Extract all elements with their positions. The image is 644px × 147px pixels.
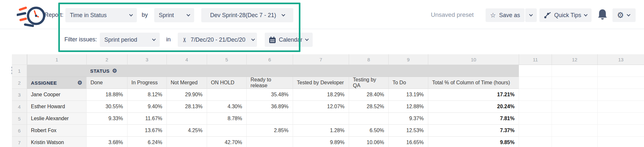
bell-icon[interactable] [597,8,608,21]
value-cell[interactable]: 36.89% [246,101,293,113]
value-cell-text: 36.89% [271,104,289,110]
status-column-header-text: ON HOLD [211,80,234,86]
group-by-dropdown[interactable]: Sprint [154,8,194,22]
assignee-name-cell[interactable]: Kristin Watson [27,137,86,147]
scissors-icon: ✂ [181,37,188,42]
empty-cell [519,137,552,147]
value-cell[interactable] [293,113,349,125]
row-number: 7 [12,137,27,147]
app-logo [17,4,46,27]
column-number-text: 2 [106,57,108,62]
value-cell[interactable]: 13.19% [388,89,428,101]
total-value-cell[interactable]: 7.81% [428,113,519,125]
assignee-header[interactable]: ASSIGNEE⚙ [27,77,86,89]
status-column-header-text: To Do [393,80,406,86]
status-column-header[interactable]: Testing by QA [349,77,388,89]
assignee-name-cell[interactable]: Jane Cooper [27,89,86,101]
total-value-cell[interactable]: 17.21% [428,89,519,101]
status-column-header[interactable]: Not Merged [166,77,207,89]
value-cell[interactable]: 42.70% [207,137,246,147]
value-cell[interactable]: 18.29% [293,89,349,101]
value-cell[interactable]: 9.33% [86,113,127,125]
value-cell[interactable] [86,125,127,137]
total-value-cell[interactable]: 9.85% [428,137,519,147]
status-column-header[interactable]: Tested by Developer [293,77,349,89]
value-cell[interactable]: 12.88% [388,101,428,113]
corner-cell [12,54,27,65]
column-number: 3 [127,54,166,65]
status-column-header[interactable]: In Progress [127,77,166,89]
value-cell[interactable] [207,125,246,137]
assignee-name-cell[interactable]: Leslie Alexander [27,113,86,125]
value-cell[interactable]: 13.67% [127,125,166,137]
settings-dropdown-button[interactable]: ⚙ [612,8,636,22]
value-cell[interactable]: 12.07% [293,101,349,113]
value-cell[interactable] [349,113,388,125]
status-band-header[interactable]: STATUS⚙ [27,65,519,77]
value-cell[interactable]: 2.85% [246,125,293,137]
value-cell[interactable]: 11.67% [127,113,166,125]
value-cell-text: 12.07% [327,104,345,110]
value-cell[interactable]: 30.55% [86,101,127,113]
value-cell[interactable] [166,113,207,125]
value-cell[interactable]: 1.28% [293,125,349,137]
value-cell-text: 28.13% [185,104,203,110]
value-cell[interactable]: 9.40% [127,101,166,113]
value-cell[interactable]: 12.53% [388,125,428,137]
save-as-button[interactable]: ☆ Save as [486,8,525,22]
empty-cell [597,101,644,113]
column-settings-gear-icon[interactable]: ⚙ [112,68,117,74]
empty-cell [519,65,552,77]
value-cell[interactable] [207,89,246,101]
value-cell[interactable]: 35.48% [246,89,293,101]
status-column-header[interactable]: Ready to release [246,77,293,89]
value-cell[interactable]: 29.90% [166,89,207,101]
total-value-cell-text: 9.85% [500,140,515,145]
report-type-dropdown[interactable]: Time in Status [65,8,137,22]
value-cell[interactable] [166,137,207,147]
date-range-dropdown[interactable]: ✂ 7/Dec/20 - 21/Dec/20 [178,33,257,47]
chevron-down-icon [529,13,533,16]
value-cell[interactable]: 4.30% [207,101,246,113]
value-cell[interactable]: 9.37% [388,113,428,125]
value-cell-text: 9.37% [409,116,424,121]
value-cell[interactable]: 8.78% [207,113,246,125]
value-cell[interactable]: 9.89% [293,137,349,147]
total-column-header[interactable]: Total % of Column of Time (hours) [428,77,519,89]
group-by-value: Sprint [159,12,174,19]
value-cell-text: 1.28% [330,128,345,133]
value-cell[interactable]: 4.25% [166,125,207,137]
value-cell-text: 35.48% [271,92,289,98]
value-cell[interactable]: 28.13% [166,101,207,113]
status-column-header[interactable]: Done [86,77,127,89]
calendar-button[interactable]: Calendar [265,33,313,47]
total-value-cell[interactable]: 20.24% [428,101,519,113]
column-settings-gear-icon[interactable]: ⚙ [77,80,82,86]
value-cell[interactable]: 10.06% [349,137,388,147]
value-cell[interactable]: 6.50% [349,125,388,137]
value-cell[interactable]: 28.52% [349,101,388,113]
status-column-header[interactable]: ON HOLD [207,77,246,89]
value-cell[interactable]: 6.24% [127,137,166,147]
total-value-cell[interactable]: 7.37% [428,125,519,137]
value-cell[interactable] [246,137,293,147]
value-cell[interactable] [246,113,293,125]
column-number-text: 7 [319,57,322,62]
assignee-name-cell[interactable]: Robert Fox [27,125,86,137]
value-cell[interactable]: 3.68% [86,137,127,147]
chevron-down-icon [281,13,285,16]
status-column-header-text: Tested by Developer [297,80,344,86]
status-column-header[interactable]: To Do [388,77,428,89]
value-cell[interactable]: 28.40% [349,89,388,101]
assignee-name-cell[interactable]: Esther Howard [27,101,86,113]
filter-field-dropdown[interactable]: Sprint period [100,33,160,47]
save-as-menu-button[interactable] [525,8,537,22]
value-cell[interactable]: 8.12% [127,89,166,101]
value-cell[interactable]: 16.65% [388,137,428,147]
quick-tips-button[interactable]: Quick Tips [539,8,592,22]
value-cell-text: 9.33% [109,116,123,121]
sprint-dropdown[interactable]: Dev Sprint-28(Dec 7 - 21) [201,8,293,22]
value-cell[interactable]: 18.88% [86,89,127,101]
report-type-value: Time in Status [70,12,107,19]
chevron-down-icon [305,37,308,41]
